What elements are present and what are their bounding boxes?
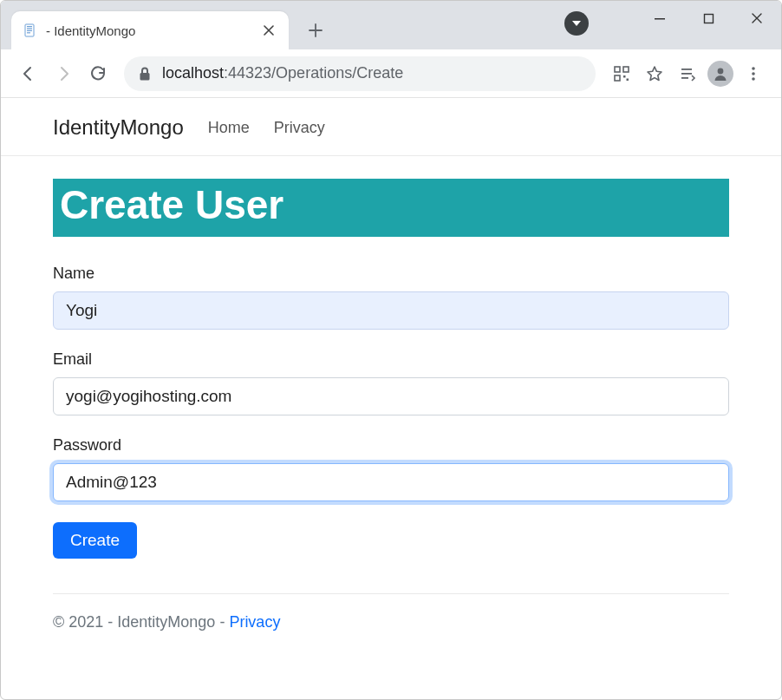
browser-tab-active[interactable]: - IdentityMongo bbox=[11, 11, 289, 49]
address-bar[interactable]: localhost:44323/Operations/Create bbox=[124, 56, 596, 91]
page-footer: © 2021 - IdentityMongo - Privacy bbox=[53, 593, 729, 640]
url-host: localhost bbox=[162, 64, 224, 82]
close-tab-icon[interactable] bbox=[261, 23, 277, 38]
site-navbar: IdentityMongo Home Privacy bbox=[1, 98, 781, 156]
forward-button[interactable] bbox=[48, 58, 79, 89]
new-tab-button[interactable] bbox=[301, 16, 330, 45]
back-button[interactable] bbox=[13, 58, 44, 89]
profile-avatar[interactable] bbox=[705, 58, 736, 89]
password-label: Password bbox=[53, 436, 729, 455]
footer-privacy-link[interactable]: Privacy bbox=[229, 613, 280, 631]
svg-rect-12 bbox=[627, 78, 629, 81]
window-controls bbox=[635, 1, 781, 36]
svg-point-18 bbox=[752, 72, 755, 75]
svg-rect-2 bbox=[27, 28, 32, 29]
site-brand[interactable]: IdentityMongo bbox=[53, 115, 184, 140]
password-input[interactable] bbox=[53, 463, 729, 501]
svg-rect-5 bbox=[655, 18, 665, 20]
svg-rect-11 bbox=[623, 75, 626, 78]
page-viewport: IdentityMongo Home Privacy Create User N… bbox=[1, 98, 781, 640]
name-input[interactable] bbox=[53, 291, 729, 330]
page-favicon-icon bbox=[23, 23, 37, 37]
maximize-window-button[interactable] bbox=[684, 1, 733, 36]
svg-rect-4 bbox=[27, 32, 30, 33]
url-text: localhost:44323/Operations/Create bbox=[162, 64, 403, 82]
svg-rect-7 bbox=[140, 73, 150, 81]
svg-rect-13 bbox=[681, 69, 692, 70]
svg-rect-3 bbox=[27, 30, 32, 31]
email-label: Email bbox=[53, 350, 729, 369]
svg-rect-14 bbox=[681, 73, 692, 75]
nav-link-privacy[interactable]: Privacy bbox=[274, 119, 325, 137]
url-path: /Operations/Create bbox=[271, 64, 403, 82]
minimize-window-button[interactable] bbox=[635, 1, 684, 36]
svg-rect-15 bbox=[681, 77, 688, 79]
reload-button[interactable] bbox=[82, 58, 114, 89]
footer-text: © 2021 - IdentityMongo - bbox=[53, 613, 229, 631]
reading-list-icon[interactable] bbox=[672, 58, 703, 89]
svg-rect-9 bbox=[623, 67, 629, 72]
email-input[interactable] bbox=[53, 377, 729, 415]
kebab-menu-icon[interactable] bbox=[738, 58, 769, 89]
browser-tab-title: - IdentityMongo bbox=[46, 23, 252, 38]
svg-rect-6 bbox=[704, 14, 713, 23]
browser-tab-strip: - IdentityMongo bbox=[1, 1, 781, 49]
create-button[interactable]: Create bbox=[53, 522, 137, 559]
avatar-icon bbox=[707, 61, 733, 87]
svg-rect-1 bbox=[27, 26, 32, 27]
svg-point-19 bbox=[752, 77, 755, 81]
lock-icon bbox=[138, 66, 152, 82]
page-title: Create User bbox=[53, 179, 729, 237]
extension-indicator-icon[interactable] bbox=[564, 11, 589, 36]
name-label: Name bbox=[53, 265, 729, 283]
qr-code-icon[interactable] bbox=[606, 58, 637, 89]
bookmark-star-icon[interactable] bbox=[639, 58, 670, 89]
close-window-button[interactable] bbox=[733, 1, 781, 36]
browser-toolbar: localhost:44323/Operations/Create bbox=[1, 49, 781, 98]
url-port: :44323 bbox=[224, 64, 271, 82]
svg-point-17 bbox=[752, 67, 755, 70]
nav-link-home[interactable]: Home bbox=[208, 119, 250, 137]
svg-rect-8 bbox=[615, 67, 620, 72]
svg-rect-10 bbox=[615, 75, 620, 81]
svg-point-16 bbox=[718, 68, 724, 74]
